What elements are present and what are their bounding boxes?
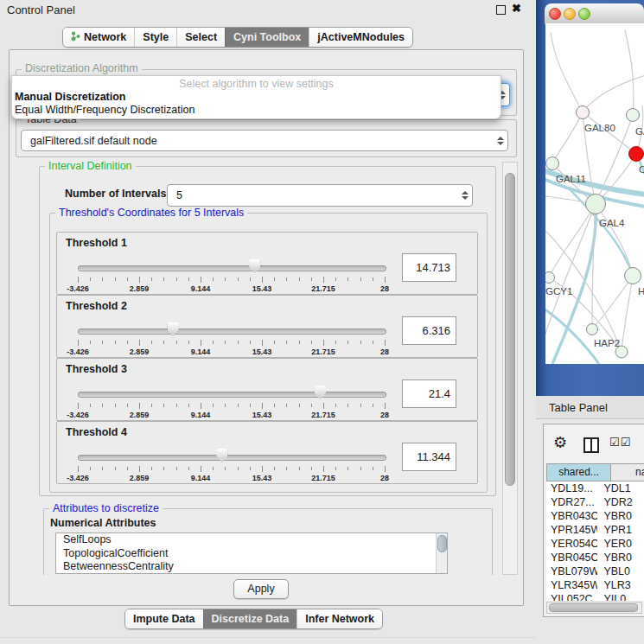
cell-name[interactable]: YLR3 [597,578,644,592]
list-item-topologicalcoefficient[interactable]: TopologicalCoefficient [56,547,447,561]
tick-mark [127,467,128,470]
cell-name[interactable]: YDR2 [597,495,644,509]
network-node-gal11[interactable] [546,157,559,170]
float-window-icon[interactable] [496,5,506,15]
zoom-traffic-light-icon[interactable] [578,8,590,20]
threshold-slider[interactable]: -3.4262.8599.14415.4321.71528 [78,258,385,293]
tick-mark [262,466,263,472]
table-data-combo[interactable]: galFiltered.sif default node [21,130,508,151]
scrollbar-thumb[interactable] [549,603,638,612]
cell-shared-name[interactable]: YIL052C [546,592,597,601]
cell-shared-name[interactable]: YBR043C [546,509,597,523]
slider-track[interactable] [78,392,386,398]
tab-jactivemnodules[interactable]: jActiveMNodules [309,28,412,47]
network-node-c[interactable] [629,147,644,162]
network-node-hap2[interactable] [587,324,598,335]
cell-name[interactable]: YBL0 [597,564,644,578]
tick-mark [385,403,386,409]
slider-track[interactable] [78,328,386,335]
tab-select[interactable]: Select [176,28,225,47]
network-node-h[interactable] [625,268,641,284]
list-item-betweennesscentrality[interactable]: BetweennessCentrality [56,560,447,574]
cell-name[interactable]: YDL1 [597,481,644,495]
threshold-value-field[interactable]: 21.4 [402,379,456,408]
cell-shared-name[interactable]: YDR27... [546,495,597,509]
minimize-traffic-light-icon[interactable] [564,8,576,20]
algorithm-option-equal-width-frequency-discretization[interactable]: Equal Width/Frequency Discretization [15,104,194,116]
table-row[interactable]: YBL079WYBL0 [546,564,644,578]
scrollbar-thumb[interactable] [437,535,447,552]
column-layout-icon[interactable] [583,437,599,453]
threshold-value-field[interactable]: 11.344 [402,443,456,471]
number-of-intervals-combo[interactable]: 5 [167,184,473,207]
cell-name[interactable]: YPR1 [597,523,644,537]
network-node-gcy1[interactable] [545,272,555,284]
tick-mark [348,404,348,407]
algorithm-option-manual-discretization[interactable]: Manual Discretization [15,91,126,103]
cell-shared-name[interactable]: YBR045C [546,551,597,564]
table-row[interactable]: YBR045CYBR0 [546,551,644,564]
table-row[interactable]: YDR27...YDR2 [546,495,644,509]
close-traffic-light-icon[interactable] [549,8,561,20]
table-row[interactable]: YBR043CYBR0 [546,509,644,523]
control-panel-titlebar: Control Panel [0,0,536,19]
apply-button[interactable]: Apply [233,579,289,599]
slider-track[interactable] [78,455,386,461]
tick-mark [238,467,239,470]
slider-track[interactable] [78,265,386,271]
column-header-shared-name[interactable]: shared... [546,463,611,481]
tick-mark [373,341,373,344]
table-row[interactable]: YIL052CYIL0 [546,592,644,601]
tab-cyni-toolbox[interactable]: Cyni Toolbox [225,28,309,47]
cell-name[interactable]: YIL0 [597,592,644,601]
column-header-name[interactable]: na [611,463,644,481]
group-title-interval-definition: Interval Definition [45,160,136,172]
tick-mark [323,403,324,409]
list-item-selfloops[interactable]: SelfLoops [56,533,447,547]
tick-label: 15.43 [245,348,279,356]
cell-shared-name[interactable]: YBL079W [546,564,597,578]
network-node-ga[interactable] [627,109,640,122]
select-columns-checkboxes-icon[interactable]: ☑☑ [609,436,631,449]
tick-mark [238,341,239,344]
threshold-value-field[interactable]: 6.316 [402,316,456,345]
threshold-slider[interactable]: -3.4262.8599.14415.4321.71528 [78,322,385,356]
tab-discretize-data[interactable]: Discretize Data [203,609,297,628]
tick-label: -3.426 [61,474,95,482]
tick-mark [78,466,79,472]
cell-shared-name[interactable]: YPR145W [546,523,597,537]
node-label-gal80: GAL80 [584,123,615,133]
cell-name[interactable]: YBR0 [597,551,644,564]
table-row[interactable]: YER054CYER0 [546,537,644,551]
scrollbar-thumb[interactable] [505,173,515,486]
tab-infer-network[interactable]: Infer Network [296,609,382,628]
network-view-canvas[interactable]: GAL80GACGAL11GAL4GCY1HHAP2 [545,23,644,364]
cell-name[interactable]: YER0 [597,537,644,551]
tick-mark [373,467,373,470]
cell-shared-name[interactable]: YDL19... [546,481,597,495]
threshold-panel-4: Threshold 4 -3.4262.8599.14415.4321.7152… [56,421,478,484]
cell-name[interactable]: YBR0 [597,509,644,523]
network-node-gal80[interactable] [577,106,590,119]
table-horizontal-scrollbar[interactable] [546,602,642,614]
threshold-slider[interactable]: -3.4262.8599.14415.4321.71528 [78,448,385,482]
tab-impute-data[interactable]: Impute Data [125,609,203,628]
close-icon[interactable]: ✖ [512,2,521,15]
settings-vertical-scrollbar[interactable] [502,162,518,575]
tick-label: 2.859 [122,411,156,419]
tab-network[interactable]: Network [63,28,134,47]
table-row[interactable]: YLR345WYLR3 [546,578,644,592]
cell-shared-name[interactable]: YLR345W [546,578,597,592]
numerical-attributes-label: Numerical Attributes [50,517,156,529]
threshold-slider[interactable]: -3.4262.8599.14415.4321.71528 [78,385,385,419]
list-vertical-scrollbar[interactable] [436,533,447,573]
tab-style[interactable]: Style [134,28,176,47]
table-row[interactable]: YPR145WYPR1 [546,523,644,537]
tick-mark [163,467,164,470]
network-node-gal4[interactable] [586,194,606,214]
numerical-attributes-list[interactable]: SelfLoopsTopologicalCoefficientBetweenne… [55,532,448,574]
threshold-value-field[interactable]: 14.713 [402,253,456,282]
cell-shared-name[interactable]: YER054C [546,537,597,551]
settings-gear-icon[interactable]: ⚙ [553,433,567,452]
table-row[interactable]: YDL19...YDL1 [546,481,644,495]
